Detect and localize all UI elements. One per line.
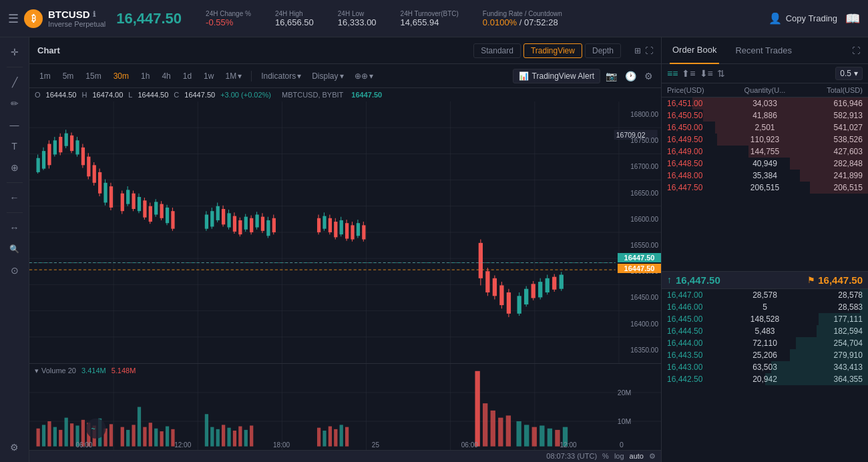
time-1200-2: 12:00 <box>560 441 577 449</box>
camera-icon[interactable]: 📷 <box>603 71 620 81</box>
panel-expand-icon[interactable]: ⛶ <box>852 46 860 55</box>
bid-row[interactable]: 16,447.00 28,578 28,578 <box>662 289 868 301</box>
book-icon[interactable]: 📖 <box>845 11 860 26</box>
depth-btn[interactable]: Depth <box>585 43 621 58</box>
price-watermark-inline: 16447.50 <box>351 91 382 99</box>
bid-row[interactable]: 16,444.50 5,483 182,594 <box>662 325 868 337</box>
col-qty-header: Quantity(U... <box>732 86 798 94</box>
bid-price: 16,442.50 <box>667 375 732 384</box>
vol-chevron[interactable]: ▾ <box>35 367 39 375</box>
timeframe-15m[interactable]: 15m <box>81 70 105 82</box>
ask-total: 538,526 <box>797 135 863 144</box>
ask-row[interactable]: 16,448.50 40,949 282,848 <box>662 158 868 170</box>
price-label-16400: 16400.00 <box>618 320 658 328</box>
log-label[interactable]: log <box>614 452 624 460</box>
indicators-dropdown[interactable]: Indicators ▾ <box>257 70 305 82</box>
info-icon[interactable]: ℹ <box>93 10 95 19</box>
filter-bid-icon[interactable]: ⬇≡ <box>700 68 713 79</box>
menu-icon[interactable]: ☰ <box>8 11 19 26</box>
timeframe-1d[interactable]: 1d <box>178 70 196 82</box>
ob-size-value: 0.5 <box>840 69 851 78</box>
trend-line-tool[interactable]: ╱ <box>4 73 25 91</box>
ask-row[interactable]: 16,447.50 206,515 206,515 <box>662 182 868 194</box>
ask-qty: 206,515 <box>732 183 798 192</box>
svg-rect-162 <box>138 407 141 446</box>
bid-total: 28,578 <box>797 290 863 300</box>
ob-asks-table: 16,451.00 34,033 616,946 16,450.50 41,88… <box>662 97 868 271</box>
timeframe-1w[interactable]: 1w <box>199 70 218 82</box>
bid-row[interactable]: 16,442.50 20,942 364,355 <box>662 373 868 385</box>
bid-price: 16,446.00 <box>667 302 732 312</box>
ask-price: 16,451.00 <box>667 99 732 108</box>
timeframe-1m[interactable]: 1m <box>35 70 55 82</box>
brush-tool[interactable]: ✏ <box>4 94 25 113</box>
timeframe-4h[interactable]: 4h <box>157 70 175 82</box>
pair-name: BTCUSD ℹ <box>48 9 105 20</box>
tradingview-btn[interactable]: TradingView <box>523 43 582 58</box>
grid-icon[interactable]: ⊞ <box>634 46 641 55</box>
ask-row[interactable]: 16,449.50 110,923 538,526 <box>662 134 868 146</box>
crosshair-tool[interactable]: ✛ <box>4 43 25 61</box>
bid-price: 16,443.50 <box>667 351 732 360</box>
time-0600-1: 06:00 <box>75 441 92 449</box>
settings-chart-icon[interactable]: ⚙ <box>642 71 656 81</box>
filter-ask-icon[interactable]: ⬆≡ <box>682 68 695 79</box>
filter-spread-icon[interactable]: ⇅ <box>717 68 725 79</box>
settings-tool[interactable]: ⚙ <box>4 438 25 457</box>
ask-row[interactable]: 16,450.50 41,886 582,913 <box>662 109 868 122</box>
ask-row[interactable]: 16,449.00 144,755 427,603 <box>662 146 868 158</box>
right-panel-header: Order Book Recent Trades ⛶ <box>662 37 868 64</box>
change-label: 24H Change % <box>206 10 251 17</box>
bid-total: 364,355 <box>797 375 863 384</box>
bid-total: 28,583 <box>797 302 863 312</box>
horizontal-tool[interactable]: — <box>4 116 25 134</box>
timeframe-30m[interactable]: 30m <box>109 70 134 82</box>
more-dropdown[interactable]: ⊕⊕ ▾ <box>351 70 377 82</box>
expand-icon[interactable]: ⛶ <box>645 46 653 55</box>
clock-icon[interactable]: 🕐 <box>622 71 639 81</box>
timeframe-1M-dropdown[interactable]: 1M▾ <box>221 70 246 82</box>
bid-row[interactable]: 16,443.00 63,503 343,413 <box>662 361 868 373</box>
stat-high: 24H High 16,656.50 <box>275 10 314 27</box>
bid-price: 16,444.00 <box>667 338 732 348</box>
measure-tool[interactable]: ↔ <box>4 218 25 237</box>
bid-total: 343,413 <box>797 363 863 372</box>
tab-recent-trades[interactable]: Recent Trades <box>732 37 795 64</box>
ask-total: 541,027 <box>797 123 863 132</box>
timeframe-5m[interactable]: 5m <box>58 70 79 82</box>
btc-icon: ₿ <box>24 9 43 28</box>
back-tool[interactable]: ← <box>4 188 25 207</box>
auto-label[interactable]: auto <box>630 452 644 460</box>
high-value: 16,656.50 <box>275 17 314 27</box>
filter-all-icon[interactable]: ≡≡ <box>667 68 678 79</box>
zoom-tool[interactable]: 🔍 <box>4 240 25 258</box>
settings-bottom-icon[interactable]: ⚙ <box>649 452 656 461</box>
chart-canvas-wrapper: 16800.00 16750.00 16700.00 16650.00 1660… <box>29 101 661 462</box>
standard-btn[interactable]: Standard <box>473 43 521 58</box>
bid-row[interactable]: 16,444.00 72,110 254,704 <box>662 337 868 349</box>
timeframe-1h[interactable]: 1h <box>136 70 154 82</box>
node-tool[interactable]: ⊕ <box>4 158 25 177</box>
bid-price: 16,445.00 <box>667 314 732 324</box>
chart-toolbar: 1m 5m 15m 30m 1h 4h 1d 1w 1M▾ Indicators… <box>29 64 661 88</box>
bid-row[interactable]: 16,446.00 5 28,583 <box>662 301 868 313</box>
ask-row[interactable]: 16,448.00 35,384 241,899 <box>662 170 868 182</box>
copy-trading-button[interactable]: 👤 Copy Trading <box>769 12 837 25</box>
stat-turnover: 24H Turnover(BTC) 14,655.94 <box>401 10 459 27</box>
ask-row[interactable]: 16,451.00 34,033 616,946 <box>662 97 868 109</box>
countdown: 07:52:28 <box>524 17 558 27</box>
bid-row[interactable]: 16,443.50 25,206 279,910 <box>662 349 868 361</box>
price-label-16650: 16650.00 <box>618 190 658 197</box>
text-tool[interactable]: T <box>4 137 25 156</box>
display-dropdown[interactable]: Display ▾ <box>308 70 347 82</box>
bid-row[interactable]: 16,445.00 148,528 177,111 <box>662 313 868 325</box>
magnet-tool[interactable]: ⊙ <box>4 261 25 280</box>
main-layout: ✛ ╱ ✏ — T ⊕ ← ↔ 🔍 ⊙ ⚙ Chart Standard Tra… <box>0 37 868 462</box>
ask-row[interactable]: 16,450.00 2,501 541,027 <box>662 122 868 134</box>
stat-change: 24H Change % -0.55% <box>206 10 251 27</box>
tradingview-alert-btn[interactable]: 📊 TradingView Alert <box>513 69 600 83</box>
ob-size-selector[interactable]: 0.5 ▾ <box>835 67 863 80</box>
tab-orderbook[interactable]: Order Book <box>670 37 719 64</box>
current-price-green-label: 16447.50 <box>618 253 661 262</box>
chart-expand-icons: ⊞ ⛶ <box>634 46 653 55</box>
